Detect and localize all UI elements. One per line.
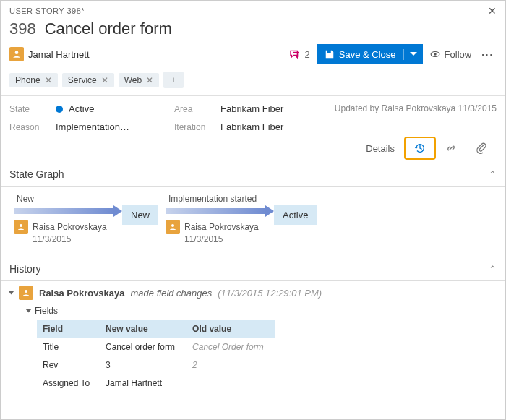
discussion-count: 2 xyxy=(305,49,310,60)
fields-group[interactable]: Fields xyxy=(27,306,497,316)
transition-label: Implementation started xyxy=(166,194,274,205)
table-row: Assigned To Jamal Hartnett xyxy=(37,374,275,393)
updated-by-text: Updated by Raisa Pokrovskaya 11/3/2015 xyxy=(335,103,497,113)
work-item-title[interactable]: Cancel order form xyxy=(45,20,172,38)
avatar xyxy=(19,286,33,300)
tab-history[interactable] xyxy=(404,137,436,160)
history-icon xyxy=(414,142,426,154)
tag-item[interactable]: Phone✕ xyxy=(9,73,58,87)
save-dropdown-caret[interactable] xyxy=(403,49,423,60)
iteration-field[interactable]: Fabrikam Fiber xyxy=(220,121,322,132)
tab-details[interactable]: Details xyxy=(356,138,404,159)
tab-links[interactable] xyxy=(436,137,466,159)
svg-point-5 xyxy=(25,290,27,293)
tab-attachments[interactable] xyxy=(466,137,497,159)
history-entry[interactable]: Raisa Pokrovskaya made field changes (11… xyxy=(9,286,497,300)
expand-triangle-icon[interactable] xyxy=(9,291,14,295)
close-icon[interactable]: ✕ xyxy=(488,5,497,17)
iteration-label: Iteration xyxy=(174,122,218,132)
collapse-section-icon[interactable]: ⌃ xyxy=(489,264,497,275)
svg-point-0 xyxy=(15,51,19,54)
chevron-down-icon xyxy=(410,51,417,58)
tag-remove-icon[interactable]: ✕ xyxy=(101,75,108,85)
avatar xyxy=(9,47,24,61)
state-graph: New Raisa Pokrovskaya 11/3/2015 New Impl… xyxy=(1,187,505,254)
discussion-button[interactable]: 2 xyxy=(289,48,310,60)
save-icon xyxy=(325,49,335,59)
expand-triangle-icon[interactable] xyxy=(26,309,32,313)
attachment-icon xyxy=(476,142,487,154)
col-old: Old value xyxy=(186,320,275,338)
svg-point-2 xyxy=(434,53,437,56)
comment-icon xyxy=(289,48,301,60)
col-new: New value xyxy=(100,320,186,338)
eye-icon xyxy=(430,49,440,59)
tag-remove-icon[interactable]: ✕ xyxy=(146,75,153,85)
link-icon xyxy=(445,142,457,154)
avatar xyxy=(14,220,28,234)
arrow-icon xyxy=(14,205,122,217)
follow-button[interactable]: Follow xyxy=(430,49,472,60)
avatar xyxy=(166,220,180,234)
transition-label: New xyxy=(14,194,122,205)
state-node: Active xyxy=(274,205,317,225)
svg-point-3 xyxy=(20,224,22,227)
save-and-close-button[interactable]: Save & Close xyxy=(317,44,423,64)
add-tag-button[interactable]: ＋ xyxy=(163,72,184,88)
col-field: Field xyxy=(37,320,100,338)
arrow-icon xyxy=(166,205,274,217)
area-field[interactable]: Fabrikam Fiber xyxy=(220,103,322,114)
work-item-id: 398 xyxy=(9,20,36,38)
history-actor: Raisa Pokrovskaya xyxy=(39,288,125,299)
actor-name: Raisa Pokrovskaya xyxy=(184,222,259,232)
reason-field[interactable]: Implementation… xyxy=(56,121,171,132)
collapse-section-icon[interactable]: ⌃ xyxy=(489,169,497,180)
tag-remove-icon[interactable]: ✕ xyxy=(45,75,52,85)
state-graph-heading: State Graph xyxy=(9,168,64,180)
history-heading: History xyxy=(9,263,41,275)
table-row: Rev 3 2 xyxy=(37,356,275,374)
fields-table: Field New value Old value Title Cancel o… xyxy=(37,320,275,392)
tag-list: Phone✕ Service✕ Web✕ ＋ xyxy=(1,72,505,95)
table-row: Title Cancel order form Cancel Order for… xyxy=(37,338,275,356)
area-label: Area xyxy=(174,104,218,114)
history-action: made field changes xyxy=(131,288,213,299)
assignee-picker[interactable]: Jamal Hartnett xyxy=(9,47,90,61)
actor-name: Raisa Pokrovskaya xyxy=(33,222,107,232)
transition-date: 11/3/2015 xyxy=(184,234,223,244)
transition-date: 11/3/2015 xyxy=(33,234,71,244)
state-dot-icon xyxy=(56,106,63,113)
history-timestamp: (11/3/2015 12:29:01 PM) xyxy=(218,288,322,299)
tag-item[interactable]: Service✕ xyxy=(62,73,114,87)
state-field[interactable]: Active xyxy=(56,103,171,114)
state-label: State xyxy=(9,104,53,114)
state-node: New xyxy=(122,205,158,225)
reason-label: Reason xyxy=(9,122,53,132)
assignee-name: Jamal Hartnett xyxy=(28,49,90,60)
tag-item[interactable]: Web✕ xyxy=(119,73,159,87)
work-item-type-label: USER STORY 398* xyxy=(9,7,85,15)
more-actions-button[interactable]: ··· xyxy=(479,49,497,60)
svg-point-4 xyxy=(171,224,174,227)
